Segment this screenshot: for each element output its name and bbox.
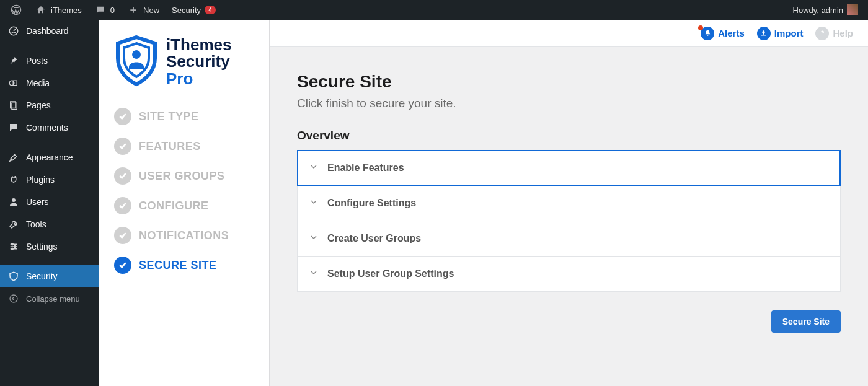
plugin-logo: iThemes Security Pro [114, 35, 254, 89]
overview-accordion: Enable Features Configure Settings Creat… [297, 150, 841, 292]
wp-admin-sidebar: Dashboard Posts Media Pages Comments App… [0, 20, 99, 386]
step-label: SECURE SITE [139, 259, 217, 272]
step-secure-site[interactable]: SECURE SITE [114, 257, 254, 274]
menu-media[interactable]: Media [0, 72, 99, 94]
menu-appearance[interactable]: Appearance [0, 146, 99, 169]
menu-pages[interactable]: Pages [0, 94, 99, 116]
chevron-down-icon [309, 232, 319, 245]
accordion-label: Enable Features [327, 162, 404, 173]
comments-link[interactable]: 0 [89, 0, 120, 20]
upload-icon [757, 27, 771, 40]
check-icon [114, 138, 131, 155]
step-configure[interactable]: CONFIGURE [114, 197, 254, 214]
new-label: New [143, 6, 159, 15]
accordion-setup-user-group-settings[interactable]: Setup User Group Settings [298, 256, 840, 291]
page-icon [7, 99, 20, 112]
menu-tools[interactable]: Tools [0, 213, 99, 235]
menu-settings[interactable]: Settings [0, 235, 99, 258]
step-label: NOTIFICATIONS [139, 229, 229, 242]
check-icon [114, 257, 131, 274]
menu-label: Pages [26, 100, 51, 110]
top-actions-bar: Alerts Import Help [270, 20, 868, 47]
check-icon [114, 108, 131, 125]
plugin-logo-text: iThemes Security Pro [166, 37, 232, 87]
avatar [847, 4, 858, 15]
menu-posts[interactable]: Posts [0, 50, 99, 72]
menu-security[interactable]: Security [0, 265, 99, 287]
menu-label: Media [26, 78, 50, 88]
import-link[interactable]: Import [757, 27, 804, 40]
menu-label: Plugins [26, 175, 55, 185]
home-icon [35, 4, 47, 16]
step-label: SITE TYPE [139, 110, 199, 123]
site-name-link[interactable]: iThemes [30, 0, 87, 20]
security-adminbar-label: Security [172, 6, 201, 15]
wordpress-icon [10, 4, 22, 16]
menu-plugins[interactable]: Plugins [0, 169, 99, 191]
menu-label: Users [26, 197, 49, 207]
step-label: CONFIGURE [139, 200, 209, 213]
secure-site-button[interactable]: Secure Site [771, 310, 841, 333]
site-name-text: iThemes [51, 6, 82, 15]
logo-line-1: iThemes [166, 37, 232, 53]
check-icon [114, 167, 131, 185]
step-label: FEATURES [139, 140, 201, 153]
alerts-label: Alerts [718, 28, 745, 38]
adminbar-left: iThemes 0 New Security 4 [5, 0, 221, 20]
menu-users[interactable]: Users [0, 191, 99, 213]
main-content: Alerts Import Help Secure Site Click fin… [270, 20, 868, 386]
collapse-label: Collapse menu [26, 294, 80, 304]
plus-icon [127, 4, 140, 16]
media-icon [7, 77, 20, 89]
accordion-label: Create User Groups [327, 233, 421, 244]
shield-icon [7, 270, 20, 283]
accordion-create-user-groups[interactable]: Create User Groups [298, 221, 840, 256]
help-label: Help [833, 28, 853, 38]
svg-point-6 [12, 198, 16, 202]
check-icon [114, 197, 131, 214]
alerts-link[interactable]: Alerts [701, 27, 745, 40]
shell: Dashboard Posts Media Pages Comments App… [0, 20, 868, 386]
step-label: USER GROUPS [139, 170, 225, 183]
sliders-icon [7, 240, 20, 253]
accordion-configure-settings[interactable]: Configure Settings [298, 185, 840, 221]
pin-icon [7, 55, 20, 67]
chevron-down-icon [309, 197, 319, 209]
new-link[interactable]: New [122, 0, 164, 20]
svg-point-11 [132, 50, 141, 59]
collapse-icon [7, 292, 20, 305]
footer-actions: Secure Site [297, 310, 841, 333]
alert-indicator-dot [698, 25, 703, 30]
security-count-badge: 4 [205, 6, 216, 14]
step-user-groups[interactable]: USER GROUPS [114, 167, 254, 185]
question-icon [815, 27, 829, 40]
svg-point-9 [11, 248, 13, 250]
menu-label: Posts [26, 56, 48, 66]
accordion-label: Configure Settings [327, 198, 416, 209]
check-icon [114, 227, 131, 244]
menu-label: Dashboard [26, 26, 69, 36]
accordion-enable-features[interactable]: Enable Features [298, 151, 840, 185]
step-notifications[interactable]: NOTIFICATIONS [114, 227, 254, 244]
menu-label: Tools [26, 219, 46, 229]
comment-icon [7, 121, 20, 134]
svg-point-10 [10, 295, 17, 302]
menu-label: Appearance [26, 152, 73, 162]
comment-icon [94, 4, 107, 16]
menu-comments[interactable]: Comments [0, 116, 99, 139]
step-features[interactable]: FEATURES [114, 138, 254, 155]
shield-logo-icon [114, 35, 159, 89]
comments-count: 0 [110, 6, 115, 15]
help-link[interactable]: Help [815, 27, 853, 40]
user-icon [7, 196, 20, 208]
chevron-down-icon [309, 268, 319, 280]
import-label: Import [774, 28, 804, 38]
menu-dashboard[interactable]: Dashboard [0, 20, 99, 42]
collapse-menu[interactable]: Collapse menu [0, 287, 99, 310]
step-site-type[interactable]: SITE TYPE [114, 108, 254, 125]
greeting-text: Howdy, admin [793, 6, 843, 15]
security-adminbar-link[interactable]: Security 4 [167, 0, 221, 20]
user-greeting[interactable]: Howdy, admin [788, 0, 863, 20]
content-area: Secure Site Click finish to secure your … [270, 47, 868, 357]
wp-logo[interactable] [5, 0, 27, 20]
